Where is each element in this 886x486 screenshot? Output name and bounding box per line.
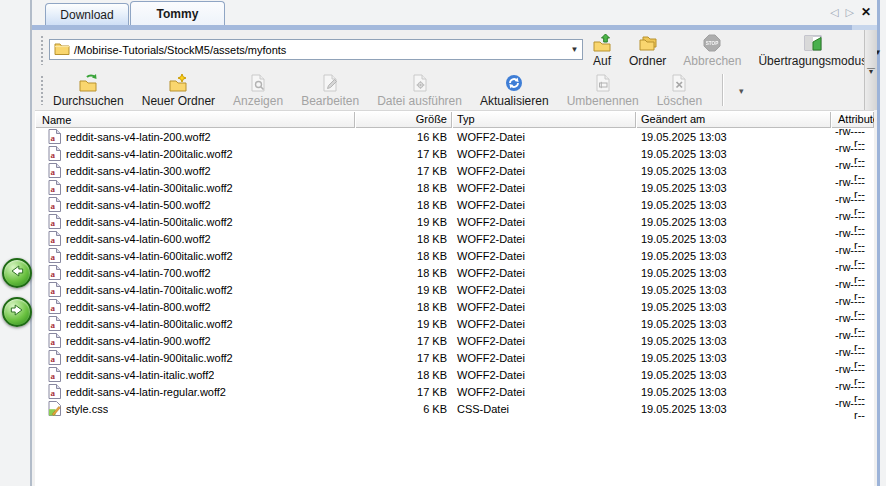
session-toolbar: AufOrdnerSTOPAbbrechenÜbertragungsmodus▾: [588, 32, 871, 69]
svg-text:a: a: [50, 133, 55, 143]
stop-icon: STOP: [702, 33, 722, 53]
file-row[interactable]: areddit-sans-v4-latin-200.woff216 KBWOFF…: [35, 128, 874, 145]
file-row[interactable]: areddit-sans-v4-latin-600italic.woff218 …: [35, 247, 874, 264]
file-modified: 19.05.2025 13:03: [636, 216, 831, 228]
font-file-icon: a: [48, 265, 61, 280]
up-button[interactable]: Auf: [588, 32, 616, 69]
file-type: WOFF2-Datei: [452, 369, 636, 381]
folder-icon: [54, 41, 70, 59]
file-modified: 19.05.2025 13:03: [636, 267, 831, 279]
toolbar-button-label: Abbrechen: [683, 54, 741, 68]
file-row[interactable]: areddit-sans-v4-latin-700italic.woff219 …: [35, 281, 874, 298]
file-size: 18 KB: [355, 199, 452, 211]
toolbar-overflow-button[interactable]: —▾: [864, 30, 877, 110]
file-row[interactable]: areddit-sans-v4-latin-900.woff217 KBWOFF…: [35, 332, 874, 349]
toolbar-button-label: Datei ausführen: [377, 94, 462, 108]
file-name: reddit-sans-v4-latin-200italic.woff2: [66, 148, 233, 160]
back-button[interactable]: [2, 258, 32, 288]
toolbar-button-label: Durchsuchen: [53, 94, 124, 108]
font-file-icon: a: [48, 197, 61, 212]
font-file-icon: a: [48, 333, 61, 348]
forward-button[interactable]: [2, 297, 32, 327]
file-modified: 19.05.2025 13:03: [636, 335, 831, 347]
path-combobox[interactable]: /Mobirise-Tutorials/StockM5/assets/myfon…: [49, 39, 583, 60]
close-tab-icon[interactable]: ✕: [861, 5, 871, 19]
svg-text:a: a: [50, 371, 55, 381]
svg-text:a: a: [50, 354, 55, 364]
tab-scroll-right-icon[interactable]: ▷: [845, 6, 853, 19]
file-size: 17 KB: [355, 148, 452, 160]
session-tab-bar: Download Tommy ◁ ▷ ✕: [32, 0, 877, 25]
new-folder-button[interactable]: Neuer Ordner: [138, 72, 219, 109]
file-size: 19 KB: [355, 216, 452, 228]
file-modified: 19.05.2025 13:03: [636, 250, 831, 262]
svg-text:a: a: [50, 388, 55, 398]
file-row[interactable]: areddit-sans-v4-latin-500italic.woff219 …: [35, 213, 874, 230]
file-row[interactable]: areddit-sans-v4-latin-regular.woff217 KB…: [35, 383, 874, 400]
file-row[interactable]: areddit-sans-v4-latin-800.woff218 KBWOFF…: [35, 298, 874, 315]
file-row[interactable]: areddit-sans-v4-latin-200italic.woff217 …: [35, 145, 874, 162]
file-commands: DurchsuchenNeuer OrdnerAnzeigenBearbeite…: [49, 72, 747, 109]
file-name: reddit-sans-v4-latin-italic.woff2: [66, 369, 214, 381]
font-file-icon: a: [48, 384, 61, 399]
svg-text:STOP: STOP: [706, 41, 718, 46]
svg-text:a: a: [50, 218, 55, 228]
font-file-icon: a: [48, 180, 61, 195]
refresh-button[interactable]: Aktualisieren: [476, 72, 553, 109]
directory-button[interactable]: Ordner: [625, 32, 670, 69]
tab-tommy[interactable]: Tommy: [130, 1, 225, 25]
toolbar-grip[interactable]: [40, 35, 45, 65]
file-name: reddit-sans-v4-latin-500.woff2: [66, 199, 211, 211]
file-name: style.css: [66, 403, 108, 415]
file-modified: 19.05.2025 13:03: [636, 403, 831, 415]
file-list: Name Größe Typ Geändert am Attribute are…: [35, 110, 874, 486]
column-header-size[interactable]: Größe: [355, 111, 452, 128]
file-modified: 19.05.2025 13:03: [636, 301, 831, 313]
column-header-modified[interactable]: Geändert am: [636, 111, 831, 128]
arrow-left-icon: [8, 262, 26, 284]
font-file-icon: a: [48, 367, 61, 382]
file-row[interactable]: areddit-sans-v4-latin-800italic.woff219 …: [35, 315, 874, 332]
file-modified: 19.05.2025 13:03: [636, 369, 831, 381]
file-name: reddit-sans-v4-latin-900italic.woff2: [66, 352, 233, 364]
file-row[interactable]: areddit-sans-v4-latin-700.woff218 KBWOFF…: [35, 264, 874, 281]
transfer-mode-button[interactable]: Übertragungsmodus▾: [754, 32, 871, 69]
file-size: 18 KB: [355, 250, 452, 262]
file-row[interactable]: areddit-sans-v4-latin-900italic.woff217 …: [35, 349, 874, 366]
file-modified: 19.05.2025 13:03: [636, 148, 831, 160]
file-name: reddit-sans-v4-latin-regular.woff2: [66, 386, 226, 398]
file-size: 6 KB: [355, 403, 452, 415]
file-name: reddit-sans-v4-latin-700.woff2: [66, 267, 211, 279]
font-file-icon: a: [48, 316, 61, 331]
toolbar-grip[interactable]: [40, 75, 45, 105]
file-row[interactable]: areddit-sans-v4-latin-300italic.woff218 …: [35, 179, 874, 196]
execute-file-icon: [410, 73, 430, 93]
file-row[interactable]: areddit-sans-v4-latin-600.woff218 KBWOFF…: [35, 230, 874, 247]
toolbar-separator: [722, 74, 723, 106]
file-size: 18 KB: [355, 182, 452, 194]
tab-download[interactable]: Download: [45, 3, 129, 25]
column-header-name[interactable]: Name: [35, 111, 355, 128]
toolbar-button-label: Ordner: [629, 54, 666, 68]
file-row[interactable]: areddit-sans-v4-latin-500.woff218 KBWOFF…: [35, 196, 874, 213]
toolbar-button-label: Übertragungsmodus: [758, 54, 867, 68]
file-row[interactable]: areddit-sans-v4-latin-300.woff217 KBWOFF…: [35, 162, 874, 179]
file-row[interactable]: areddit-sans-v4-latin-italic.woff218 KBW…: [35, 366, 874, 383]
column-header-type[interactable]: Typ: [452, 111, 636, 128]
column-header-attributes[interactable]: Attribute: [831, 111, 874, 128]
path-dropdown-icon[interactable]: ▼: [567, 40, 582, 59]
execute-button: Datei ausführen: [373, 72, 466, 109]
browse-button[interactable]: Durchsuchen: [49, 72, 128, 109]
file-name: reddit-sans-v4-latin-600italic.woff2: [66, 250, 233, 262]
folder-browse-icon: [78, 73, 98, 93]
more-commands-dropdown-icon[interactable]: ▾: [736, 72, 747, 96]
svg-text:a: a: [50, 201, 55, 211]
file-type: WOFF2-Datei: [452, 301, 636, 313]
file-row[interactable]: style.css6 KBCSS-Datei19.05.2025 13:03-r…: [35, 400, 874, 417]
font-file-icon: a: [48, 129, 61, 144]
tab-scroll-left-icon[interactable]: ◁: [830, 6, 838, 19]
file-type: WOFF2-Datei: [452, 335, 636, 347]
file-modified: 19.05.2025 13:03: [636, 182, 831, 194]
svg-text:a: a: [50, 167, 55, 177]
address-toolbar: /Mobirise-Tutorials/StockM5/assets/myfon…: [32, 30, 877, 70]
